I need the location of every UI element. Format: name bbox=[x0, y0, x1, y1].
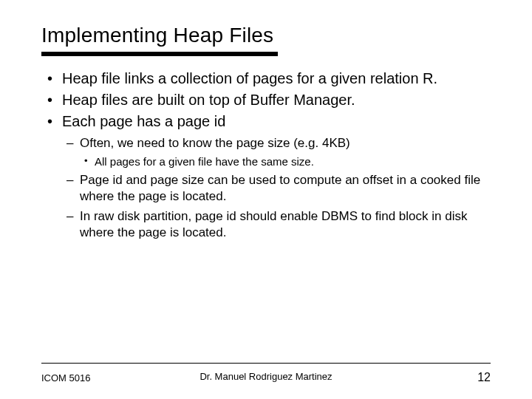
list-item: Often, we need to know the page size (e.… bbox=[62, 135, 491, 169]
list-item: All pages for a given file have the same… bbox=[80, 154, 491, 169]
list-item: Page id and page size can be used to com… bbox=[62, 172, 491, 205]
bullet-text: In raw disk partition, page id should en… bbox=[80, 209, 467, 239]
slide: Implementing Heap Files Heap file links … bbox=[0, 0, 532, 399]
list-item: Each page has a page id Often, we need t… bbox=[41, 112, 491, 241]
bullet-text: Heap file links a collection of pages fo… bbox=[62, 70, 437, 86]
list-item: Heap file links a collection of pages fo… bbox=[41, 69, 491, 88]
list-item: In raw disk partition, page id should en… bbox=[62, 208, 491, 241]
sub-sub-bullet-list: All pages for a given file have the same… bbox=[80, 154, 491, 169]
footer-divider bbox=[41, 363, 491, 364]
bullet-text: All pages for a given file have the same… bbox=[95, 155, 314, 168]
title-underline bbox=[41, 52, 278, 56]
footer-author: Dr. Manuel Rodriguez Martinez bbox=[41, 371, 491, 382]
footer: ICOM 5016 Dr. Manuel Rodriguez Martinez … bbox=[41, 371, 491, 384]
bullet-text: Each page has a page id bbox=[62, 113, 225, 129]
sub-bullet-list: Often, we need to know the page size (e.… bbox=[62, 135, 491, 241]
bullet-text: Heap files are built on top of Buffer Ma… bbox=[62, 92, 355, 108]
bullet-text: Often, we need to know the page size (e.… bbox=[80, 136, 350, 150]
slide-title: Implementing Heap Files bbox=[41, 24, 491, 47]
bullet-text: Page id and page size can be used to com… bbox=[80, 173, 480, 203]
list-item: Heap files are built on top of Buffer Ma… bbox=[41, 91, 491, 109]
bullet-list: Heap file links a collection of pages fo… bbox=[41, 69, 491, 241]
